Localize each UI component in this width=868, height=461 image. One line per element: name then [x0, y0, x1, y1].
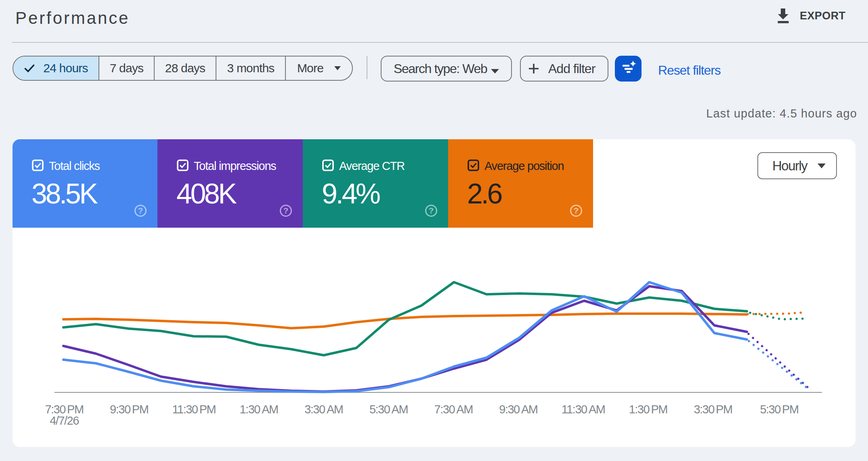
svg-text:?: ? — [429, 206, 434, 215]
svg-text:?: ? — [574, 206, 579, 215]
svg-text:?: ? — [138, 206, 143, 215]
svg-text:?: ? — [283, 206, 289, 215]
